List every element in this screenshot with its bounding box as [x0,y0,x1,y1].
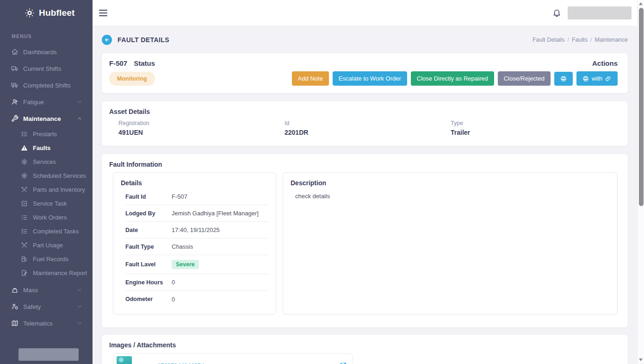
details-title: Details [121,179,268,187]
detail-label: Fault Id [125,194,172,200]
sidebar-item-parts-and-inventory[interactable]: Parts and Inventory [0,182,93,196]
tools-icon [21,242,28,249]
list-check-icon [21,228,28,235]
gear-icon [21,172,28,179]
detail-row-fault-level: Fault LavelSevere [125,255,268,274]
breadcrumb-faults[interactable]: Faults [572,37,588,43]
breadcrumb-maintenance[interactable]: Maintenance [594,37,628,43]
sidebar-item-fatigue[interactable]: Fatigue [0,94,93,110]
detail-row-date: Date17:40, 19/11/2025 [125,222,268,238]
arrow-left-icon [104,37,110,43]
main-content: FAULT DETAILS Fault Details / Faults / M… [93,25,637,364]
brand-name: Hubfleet [39,8,75,18]
weight-icon [11,286,19,294]
sidebar-item-label: Dashboards [23,49,57,56]
sidebar-item-label: Telematics [23,320,53,327]
attachments-title: Images / Attachments [108,341,617,349]
sidebar-item-label: Safety [23,303,41,310]
sidebar-redacted-block [19,348,79,361]
bell-icon[interactable] [552,8,561,17]
sidebar-item-label: Current Shifts [23,65,62,72]
wrench-icon [11,115,19,122]
sidebar-item-work-orders[interactable]: Work Orders [0,210,93,224]
sidebar-item-telematics[interactable]: Telematics [0,315,93,332]
detail-row-lodged-by: Lodged ByJemish Gadhiya [Fleet Manager] [125,205,268,222]
detail-row-fault-id: Fault IdF-507 [125,188,268,205]
user-profile-redacted[interactable] [568,6,632,19]
sidebar-item-label: Maintenance [23,115,61,122]
vertical-scrollbar[interactable] [637,0,644,364]
status-badge: Monitoring [109,72,155,86]
sidebar-item-maintenance[interactable]: Maintenance [0,110,93,127]
field-value: 2201DR [285,129,451,136]
sidebar-item-safety[interactable]: Safety [0,298,93,315]
print-with-attachments-button[interactable]: with [576,71,618,86]
scrollbar-thumb[interactable] [639,8,644,206]
breadcrumb-separator: / [567,37,569,43]
sidebar-item-mass[interactable]: Mass [0,282,93,298]
brand[interactable]: Hubfleet [0,0,93,25]
sidebar-item-label: Service Task [33,200,67,207]
sidebar-item-label: Parts and Inventory [33,186,85,193]
asset-field-registration: Registration 491UEN [118,120,285,136]
asset-field-type: Type Trailer [451,120,617,136]
add-note-button[interactable]: Add Note [292,71,329,86]
top-navbar [93,0,637,25]
sidebar-item-completed-shifts[interactable]: Completed Shifts [0,77,93,94]
close-rejected-button[interactable]: Close/Rejected [498,71,551,86]
warning-triangle-icon [21,144,28,151]
status-label: Status [134,59,155,67]
sidebar-item-prestarts[interactable]: Prestarts [0,127,93,141]
sidebar-item-label: Work Orders [33,214,67,221]
printer-icon [582,75,589,82]
sidebar-item-service-task[interactable]: Service Task [0,196,93,210]
paperclip-icon [605,75,612,82]
sidebar-item-scheduled-services[interactable]: Scheduled Services [0,169,93,182]
detail-label: Odometer [125,296,172,302]
hamburger-menu-icon[interactable] [99,10,107,16]
sidebar-section-label: MENUS [0,25,93,44]
sidebar-item-faults[interactable]: Faults [0,141,93,155]
fault-code: F-507 [109,59,127,67]
scroll-up-arrow[interactable] [639,2,643,5]
asset-details-title: Asset Details [109,108,617,115]
escalate-to-work-order-button[interactable]: Escalate to Work Order [333,71,407,86]
description-title: Description [291,179,610,187]
gear-icon [21,158,28,165]
detail-label: Engine Hours [125,279,172,286]
sidebar-item-label: Maintenance Report [33,270,87,276]
breadcrumb-fault-details[interactable]: Fault Details [533,37,564,43]
sidebar-item-fuel-records[interactable]: Fuel Records [0,252,93,266]
sidebar-item-label: Fatigue [23,99,44,106]
scroll-down-arrow[interactable] [639,358,643,361]
sidebar-item-services[interactable]: Services [0,155,93,169]
close-directly-as-repaired-button[interactable]: Close Directly as Repaired [411,71,494,86]
users-icon [11,98,19,106]
detail-row-odometer: Odometer0 [125,291,268,308]
print-button[interactable] [554,72,573,86]
sidebar-item-label: Completed Shifts [23,82,71,89]
chevron-down-icon [77,304,82,309]
sidebar-item-current-shifts[interactable]: Current Shifts [0,60,93,77]
printer-icon [560,75,567,82]
detail-value: 0 [172,296,175,303]
sidebar-item-part-usage[interactable]: Part Usage [0,238,93,252]
back-button[interactable] [102,35,112,45]
attachment-filename-link[interactable]: 1763534424425.jpg [157,362,211,364]
sidebar-item-dashboards[interactable]: Dashboards [0,44,93,60]
status-card: F-507 Status Actions Monitoring Add Note… [102,53,628,93]
external-link-icon[interactable] [339,362,347,364]
field-label: Id [285,120,451,126]
sidebar-item-label: Services [33,158,56,165]
sidebar-item-completed-tasks[interactable]: Completed Tasks [0,224,93,238]
sidebar-item-label: Fuel Records [33,256,68,263]
sidebar-item-label: Part Usage [33,242,63,249]
sidebar-item-label: Mass [23,287,38,294]
detail-value: 17:40, 19/11/2025 [172,226,220,233]
sidebar-item-maintenance-report[interactable]: Maintenance Report [0,266,93,280]
fault-information-title: Fault Information [108,161,618,168]
attachment-thumbnail[interactable] [117,356,132,364]
sidebar-item-label: Prestarts [33,131,57,138]
field-label: Type [451,120,617,126]
details-panel: Details Fault IdF-507 Lodged ByJemish Ga… [113,172,276,314]
